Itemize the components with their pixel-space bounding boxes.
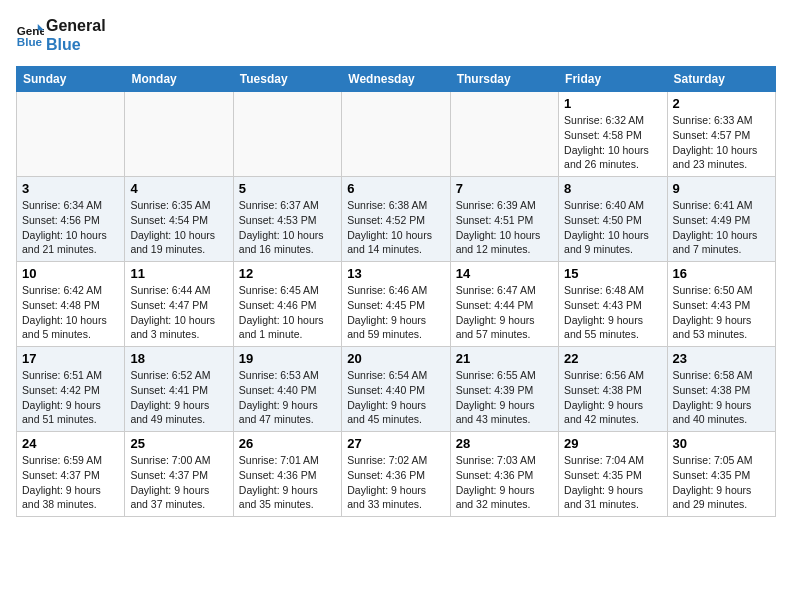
day-number: 18 (130, 351, 227, 366)
day-number: 23 (673, 351, 770, 366)
calendar-empty-cell (125, 92, 233, 177)
day-number: 5 (239, 181, 336, 196)
weekday-header-sunday: Sunday (17, 67, 125, 92)
day-number: 26 (239, 436, 336, 451)
day-number: 10 (22, 266, 119, 281)
calendar-empty-cell (450, 92, 558, 177)
calendar-day-27: 27Sunrise: 7:02 AMSunset: 4:36 PMDayligh… (342, 432, 450, 517)
calendar-day-29: 29Sunrise: 7:04 AMSunset: 4:35 PMDayligh… (559, 432, 667, 517)
calendar-day-24: 24Sunrise: 6:59 AMSunset: 4:37 PMDayligh… (17, 432, 125, 517)
day-number: 13 (347, 266, 444, 281)
day-number: 16 (673, 266, 770, 281)
calendar-week-row: 1Sunrise: 6:32 AMSunset: 4:58 PMDaylight… (17, 92, 776, 177)
weekday-header-monday: Monday (125, 67, 233, 92)
calendar-day-5: 5Sunrise: 6:37 AMSunset: 4:53 PMDaylight… (233, 177, 341, 262)
day-info: Sunrise: 6:46 AMSunset: 4:45 PMDaylight:… (347, 283, 444, 342)
calendar-day-1: 1Sunrise: 6:32 AMSunset: 4:58 PMDaylight… (559, 92, 667, 177)
day-number: 28 (456, 436, 553, 451)
day-info: Sunrise: 6:50 AMSunset: 4:43 PMDaylight:… (673, 283, 770, 342)
day-info: Sunrise: 7:04 AMSunset: 4:35 PMDaylight:… (564, 453, 661, 512)
logo-line2: Blue (46, 35, 106, 54)
calendar-week-row: 24Sunrise: 6:59 AMSunset: 4:37 PMDayligh… (17, 432, 776, 517)
day-info: Sunrise: 7:02 AMSunset: 4:36 PMDaylight:… (347, 453, 444, 512)
calendar-day-26: 26Sunrise: 7:01 AMSunset: 4:36 PMDayligh… (233, 432, 341, 517)
day-number: 1 (564, 96, 661, 111)
day-info: Sunrise: 6:52 AMSunset: 4:41 PMDaylight:… (130, 368, 227, 427)
calendar-empty-cell (233, 92, 341, 177)
calendar-day-30: 30Sunrise: 7:05 AMSunset: 4:35 PMDayligh… (667, 432, 775, 517)
calendar-day-11: 11Sunrise: 6:44 AMSunset: 4:47 PMDayligh… (125, 262, 233, 347)
day-info: Sunrise: 6:39 AMSunset: 4:51 PMDaylight:… (456, 198, 553, 257)
calendar-day-21: 21Sunrise: 6:55 AMSunset: 4:39 PMDayligh… (450, 347, 558, 432)
calendar-day-7: 7Sunrise: 6:39 AMSunset: 4:51 PMDaylight… (450, 177, 558, 262)
calendar-day-6: 6Sunrise: 6:38 AMSunset: 4:52 PMDaylight… (342, 177, 450, 262)
day-info: Sunrise: 6:58 AMSunset: 4:38 PMDaylight:… (673, 368, 770, 427)
calendar-day-8: 8Sunrise: 6:40 AMSunset: 4:50 PMDaylight… (559, 177, 667, 262)
calendar-week-row: 17Sunrise: 6:51 AMSunset: 4:42 PMDayligh… (17, 347, 776, 432)
calendar-day-28: 28Sunrise: 7:03 AMSunset: 4:36 PMDayligh… (450, 432, 558, 517)
day-info: Sunrise: 6:48 AMSunset: 4:43 PMDaylight:… (564, 283, 661, 342)
day-number: 19 (239, 351, 336, 366)
calendar-day-14: 14Sunrise: 6:47 AMSunset: 4:44 PMDayligh… (450, 262, 558, 347)
day-number: 2 (673, 96, 770, 111)
day-number: 14 (456, 266, 553, 281)
day-info: Sunrise: 6:55 AMSunset: 4:39 PMDaylight:… (456, 368, 553, 427)
day-info: Sunrise: 6:32 AMSunset: 4:58 PMDaylight:… (564, 113, 661, 172)
day-number: 9 (673, 181, 770, 196)
day-info: Sunrise: 6:35 AMSunset: 4:54 PMDaylight:… (130, 198, 227, 257)
svg-text:Blue: Blue (17, 35, 43, 48)
day-info: Sunrise: 6:56 AMSunset: 4:38 PMDaylight:… (564, 368, 661, 427)
calendar-day-3: 3Sunrise: 6:34 AMSunset: 4:56 PMDaylight… (17, 177, 125, 262)
day-number: 7 (456, 181, 553, 196)
day-info: Sunrise: 6:33 AMSunset: 4:57 PMDaylight:… (673, 113, 770, 172)
day-number: 27 (347, 436, 444, 451)
day-info: Sunrise: 6:47 AMSunset: 4:44 PMDaylight:… (456, 283, 553, 342)
day-info: Sunrise: 7:00 AMSunset: 4:37 PMDaylight:… (130, 453, 227, 512)
day-info: Sunrise: 7:01 AMSunset: 4:36 PMDaylight:… (239, 453, 336, 512)
calendar-day-4: 4Sunrise: 6:35 AMSunset: 4:54 PMDaylight… (125, 177, 233, 262)
day-number: 21 (456, 351, 553, 366)
day-info: Sunrise: 6:38 AMSunset: 4:52 PMDaylight:… (347, 198, 444, 257)
logo: General Blue General Blue (16, 16, 106, 54)
day-number: 15 (564, 266, 661, 281)
day-number: 20 (347, 351, 444, 366)
day-number: 24 (22, 436, 119, 451)
calendar-day-12: 12Sunrise: 6:45 AMSunset: 4:46 PMDayligh… (233, 262, 341, 347)
day-number: 6 (347, 181, 444, 196)
logo-line1: General (46, 16, 106, 35)
calendar-day-9: 9Sunrise: 6:41 AMSunset: 4:49 PMDaylight… (667, 177, 775, 262)
calendar-day-10: 10Sunrise: 6:42 AMSunset: 4:48 PMDayligh… (17, 262, 125, 347)
calendar-day-25: 25Sunrise: 7:00 AMSunset: 4:37 PMDayligh… (125, 432, 233, 517)
day-info: Sunrise: 6:42 AMSunset: 4:48 PMDaylight:… (22, 283, 119, 342)
weekday-header-tuesday: Tuesday (233, 67, 341, 92)
day-number: 25 (130, 436, 227, 451)
day-number: 22 (564, 351, 661, 366)
day-info: Sunrise: 6:51 AMSunset: 4:42 PMDaylight:… (22, 368, 119, 427)
calendar-day-2: 2Sunrise: 6:33 AMSunset: 4:57 PMDaylight… (667, 92, 775, 177)
day-number: 30 (673, 436, 770, 451)
page-header: General Blue General Blue (16, 16, 776, 54)
day-info: Sunrise: 6:59 AMSunset: 4:37 PMDaylight:… (22, 453, 119, 512)
day-number: 12 (239, 266, 336, 281)
calendar-day-19: 19Sunrise: 6:53 AMSunset: 4:40 PMDayligh… (233, 347, 341, 432)
day-number: 3 (22, 181, 119, 196)
day-info: Sunrise: 6:41 AMSunset: 4:49 PMDaylight:… (673, 198, 770, 257)
weekday-header-friday: Friday (559, 67, 667, 92)
day-number: 11 (130, 266, 227, 281)
day-number: 17 (22, 351, 119, 366)
day-info: Sunrise: 6:40 AMSunset: 4:50 PMDaylight:… (564, 198, 661, 257)
weekday-header-row: SundayMondayTuesdayWednesdayThursdayFrid… (17, 67, 776, 92)
calendar-day-13: 13Sunrise: 6:46 AMSunset: 4:45 PMDayligh… (342, 262, 450, 347)
day-info: Sunrise: 6:37 AMSunset: 4:53 PMDaylight:… (239, 198, 336, 257)
day-info: Sunrise: 6:34 AMSunset: 4:56 PMDaylight:… (22, 198, 119, 257)
weekday-header-saturday: Saturday (667, 67, 775, 92)
calendar-day-22: 22Sunrise: 6:56 AMSunset: 4:38 PMDayligh… (559, 347, 667, 432)
calendar-day-18: 18Sunrise: 6:52 AMSunset: 4:41 PMDayligh… (125, 347, 233, 432)
day-info: Sunrise: 7:03 AMSunset: 4:36 PMDaylight:… (456, 453, 553, 512)
day-info: Sunrise: 6:53 AMSunset: 4:40 PMDaylight:… (239, 368, 336, 427)
calendar-day-17: 17Sunrise: 6:51 AMSunset: 4:42 PMDayligh… (17, 347, 125, 432)
weekday-header-wednesday: Wednesday (342, 67, 450, 92)
day-info: Sunrise: 6:54 AMSunset: 4:40 PMDaylight:… (347, 368, 444, 427)
calendar-day-20: 20Sunrise: 6:54 AMSunset: 4:40 PMDayligh… (342, 347, 450, 432)
day-number: 4 (130, 181, 227, 196)
